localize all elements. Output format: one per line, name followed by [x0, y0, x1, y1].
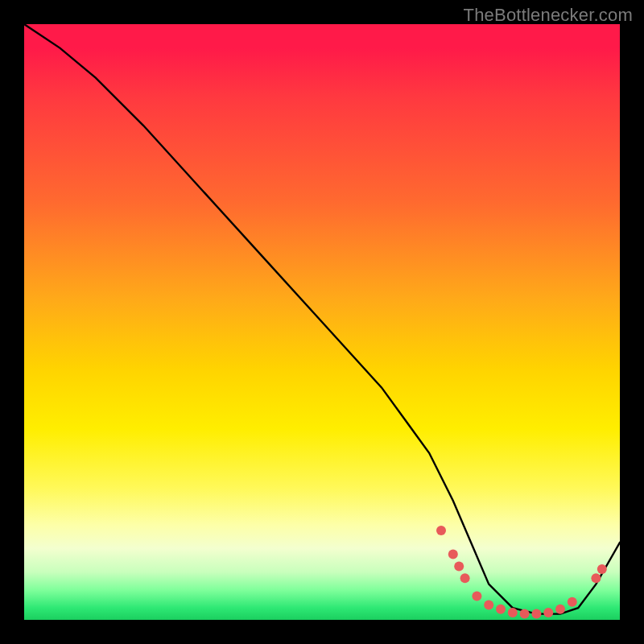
marker-dot — [472, 591, 481, 601]
marker-dot — [520, 609, 530, 619]
marker-dot — [568, 597, 577, 607]
chart-frame: TheBottlenecker.com — [0, 0, 644, 644]
marker-dot — [543, 608, 553, 617]
marker-dot — [448, 550, 458, 559]
attribution-text: TheBottlenecker.com — [464, 5, 633, 26]
curve-layer — [24, 24, 620, 620]
marker-dot — [597, 564, 607, 574]
marker-dot — [591, 573, 601, 583]
marker-dot — [531, 609, 541, 619]
marker-dot — [496, 605, 506, 614]
plot-area — [24, 24, 620, 620]
bottleneck-curve-path — [24, 24, 620, 614]
marker-dot — [484, 601, 493, 610]
marker-dot — [508, 608, 518, 617]
marker-dot — [454, 561, 464, 571]
marker-dot — [460, 573, 470, 583]
marker-dot — [555, 605, 565, 614]
marker-dot — [436, 526, 446, 535]
